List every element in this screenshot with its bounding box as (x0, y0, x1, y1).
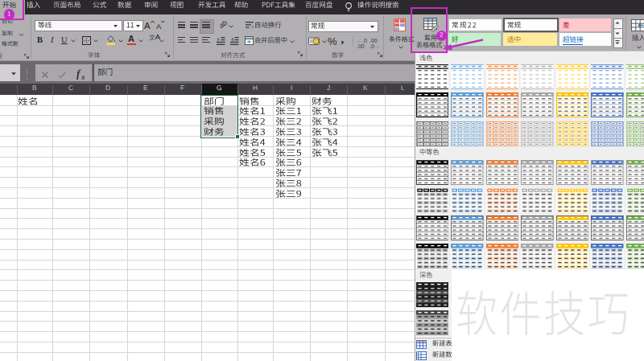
svg-text:A: A (156, 22, 162, 31)
svg-text:A: A (144, 21, 151, 31)
